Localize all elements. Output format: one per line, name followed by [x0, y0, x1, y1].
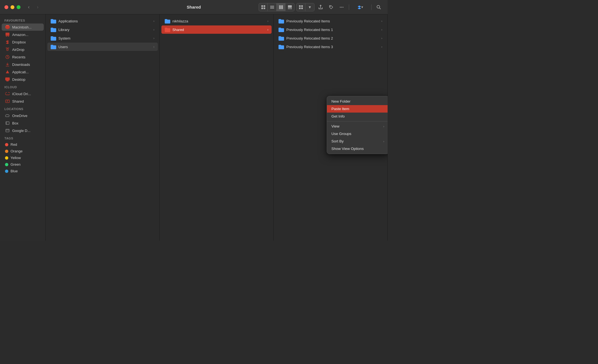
context-menu-show-view-options[interactable]: Show View Options	[327, 145, 388, 152]
chevron-icon: ›	[381, 37, 382, 40]
more-button[interactable]	[337, 3, 346, 11]
box-icon	[5, 121, 10, 126]
item-label: Applications	[58, 19, 78, 23]
sidebar-item-applications[interactable]: Applicati...	[2, 68, 44, 76]
sidebar-item-recents[interactable]: Recents	[2, 53, 44, 61]
context-menu-get-info[interactable]: Get Info	[327, 113, 388, 120]
sidebar-item-blue[interactable]: Blue	[2, 168, 44, 174]
svg-point-20	[341, 7, 342, 7]
sidebar-item-green[interactable]: Green	[2, 161, 44, 168]
sidebar-item-desktop[interactable]: Desktop	[2, 76, 44, 83]
sidebar-item-downloads[interactable]: Downloads	[2, 61, 44, 68]
view-gallery-btn[interactable]	[285, 3, 294, 11]
column-item-nikhilazza[interactable]: nikhilazza ›	[161, 17, 272, 25]
sidebar-item-yellow[interactable]: Yellow	[2, 155, 44, 161]
sidebar-item-icloud-drive[interactable]: iCloud Dri...	[2, 90, 44, 97]
column-item-applications[interactable]: Applications ›	[47, 17, 158, 25]
column-item-system[interactable]: System ›	[47, 34, 158, 42]
view-options-btn[interactable]	[297, 3, 305, 11]
green-dot	[5, 163, 8, 166]
view-column-btn[interactable]	[277, 3, 285, 11]
tags-header: Tags	[0, 134, 45, 141]
blue-dot	[5, 170, 8, 173]
sidebar-item-onedrive[interactable]: OneDrive	[2, 112, 44, 119]
chevron-icon: ›	[267, 28, 269, 31]
maximize-button[interactable]	[17, 5, 20, 9]
column-item-prev-relocated-2[interactable]: Previously Relocated Items 2 ›	[275, 34, 386, 42]
sidebar-item-macintosh[interactable]: Macintosh...	[2, 24, 44, 31]
context-menu-sort-by[interactable]: Sort By ›	[327, 137, 388, 145]
back-button[interactable]: ‹	[25, 3, 33, 11]
sidebar-item-label: OneDrive	[12, 114, 27, 118]
sidebar-item-dropbox[interactable]: Dropbox	[2, 38, 44, 46]
context-menu-paste-item[interactable]: Paste Item	[327, 105, 388, 113]
view-list-btn[interactable]	[268, 3, 277, 11]
share-button[interactable]	[316, 3, 325, 11]
svg-point-30	[7, 49, 8, 51]
context-menu-use-groups[interactable]: Use Groups	[327, 130, 388, 137]
column-item-library[interactable]: Library ›	[47, 25, 158, 34]
folder-icon	[279, 27, 284, 32]
chevron-right-icon: ›	[383, 125, 384, 128]
column-item-prev-relocated-1[interactable]: Previously Relocated Items 1 ›	[275, 25, 386, 34]
folder-icon	[51, 18, 56, 24]
svg-rect-36	[6, 122, 9, 124]
column-item-prev-relocated[interactable]: Previously Relocated Items ›	[275, 17, 386, 25]
sidebar-item-red[interactable]: Red	[2, 141, 44, 148]
sidebar-item-box[interactable]: Box	[2, 119, 44, 127]
sidebar-item-label: Box	[12, 121, 18, 125]
context-menu-new-folder[interactable]: New Folder	[327, 98, 388, 105]
svg-rect-7	[279, 5, 280, 9]
sidebar-item-airdrop[interactable]: AirDrop	[2, 46, 44, 53]
svg-rect-15	[301, 5, 303, 7]
sidebar-item-label: iCloud Dri...	[12, 92, 31, 96]
chevron-icon: ›	[381, 45, 382, 48]
close-button[interactable]	[4, 5, 8, 9]
context-menu-item-label: Paste Item	[331, 107, 349, 111]
sidebar-item-label: Dropbox	[12, 40, 26, 44]
svg-rect-25	[6, 28, 9, 29]
sidebar-item-label: Shared	[12, 99, 24, 103]
forward-button[interactable]: ›	[34, 3, 42, 11]
sidebar-item-label: AirDrop	[12, 48, 24, 52]
folder-icon	[279, 18, 284, 24]
airdrop-icon	[5, 47, 10, 52]
column-item-users[interactable]: Users ›	[47, 43, 158, 51]
item-label: Previously Relocated Items 2	[286, 36, 333, 40]
orange-dot	[5, 150, 8, 153]
column-1: Applications › Library › System ›	[46, 14, 160, 241]
minimize-button[interactable]	[11, 5, 14, 9]
icloud-header: iCloud	[0, 83, 45, 90]
column-2: nikhilazza › Shared ›	[160, 14, 274, 241]
main-content: Favourites Macintosh... Amazon... Dropbo…	[0, 14, 388, 241]
sidebar-item-label: Applicati...	[12, 70, 29, 74]
tag-button[interactable]	[327, 3, 336, 11]
context-menu-view[interactable]: View ›	[327, 123, 388, 130]
column-item-shared[interactable]: Shared ›	[161, 25, 272, 34]
context-menu-separator	[327, 121, 388, 121]
folder-icon	[51, 44, 56, 50]
sidebar-item-label: Blue	[11, 169, 18, 173]
dropbox-btn[interactable]: ▾	[352, 3, 368, 11]
amazon-icon	[5, 32, 10, 37]
folder-icon	[279, 44, 284, 50]
folder-icon	[165, 18, 170, 24]
view-dropdown-btn[interactable]: ▾	[305, 3, 314, 11]
sidebar-item-shared[interactable]: Shared	[2, 98, 44, 105]
column-item-prev-relocated-3[interactable]: Previously Relocated Items 3 ›	[275, 43, 386, 51]
sidebar-item-amazon[interactable]: Amazon...	[2, 31, 44, 38]
sidebar-item-google-drive[interactable]: Google D...	[2, 127, 44, 134]
shared-icon	[5, 99, 10, 104]
chevron-right-icon: ›	[383, 140, 384, 143]
chevron-icon: ›	[153, 19, 154, 23]
file-browser: Applications › Library › System ›	[46, 14, 388, 241]
folder-icon	[279, 35, 284, 41]
context-menu-item-label: Show View Options	[331, 147, 364, 151]
view-icon-btn[interactable]	[259, 3, 268, 11]
search-button[interactable]	[374, 3, 383, 11]
downloads-icon	[5, 62, 10, 67]
svg-rect-29	[8, 36, 9, 37]
icloud-drive-icon	[5, 91, 10, 96]
sidebar: Favourites Macintosh... Amazon... Dropbo…	[0, 14, 46, 241]
sidebar-item-orange[interactable]: Orange	[2, 148, 44, 154]
